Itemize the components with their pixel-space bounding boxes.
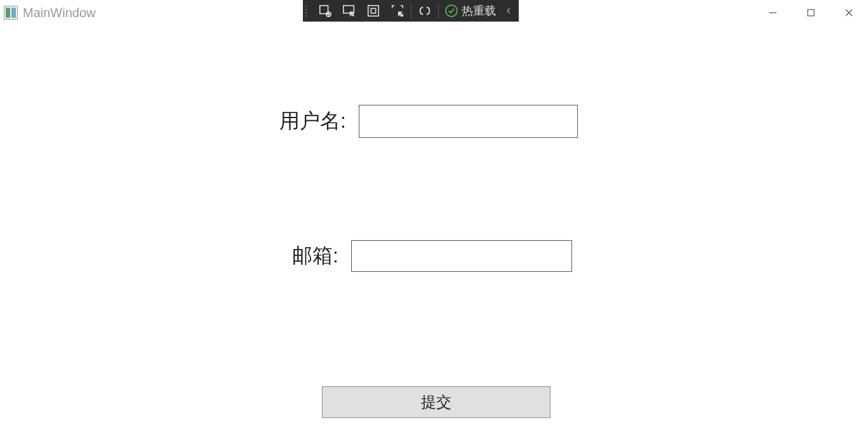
- hot-reload-button[interactable]: 热重载: [440, 1, 501, 20]
- xaml-binding-icon[interactable]: [413, 1, 437, 20]
- svg-rect-10: [371, 8, 375, 13]
- username-row: 用户名:: [279, 105, 578, 138]
- collapse-toolbar-icon[interactable]: [501, 1, 516, 20]
- close-button[interactable]: [830, 0, 868, 25]
- select-element-icon[interactable]: [337, 1, 361, 20]
- email-row: 邮箱:: [292, 240, 572, 272]
- toolbar-separator: [411, 3, 411, 18]
- toolbar-grip-icon[interactable]: [305, 3, 310, 18]
- live-visual-tree-icon[interactable]: [313, 1, 337, 20]
- username-input[interactable]: [359, 105, 578, 138]
- window-controls: [754, 0, 868, 25]
- hot-reload-label: 热重载: [462, 3, 496, 18]
- email-label: 邮箱:: [292, 242, 338, 270]
- email-input[interactable]: [351, 240, 572, 272]
- track-focus-icon[interactable]: [385, 1, 410, 20]
- toolbar-separator: [438, 3, 439, 18]
- display-layout-icon[interactable]: [361, 1, 385, 20]
- minimize-button[interactable]: [754, 0, 792, 25]
- svg-rect-9: [368, 6, 379, 17]
- app-icon: [4, 6, 18, 20]
- checkmark-circle-icon: [445, 4, 458, 17]
- submit-button[interactable]: 提交: [322, 386, 551, 418]
- maximize-button[interactable]: [792, 0, 830, 25]
- username-label: 用户名:: [279, 107, 346, 135]
- svg-rect-1: [808, 10, 814, 16]
- debug-toolbar[interactable]: 热重载: [303, 0, 519, 22]
- window-title: MainWindow: [23, 6, 95, 20]
